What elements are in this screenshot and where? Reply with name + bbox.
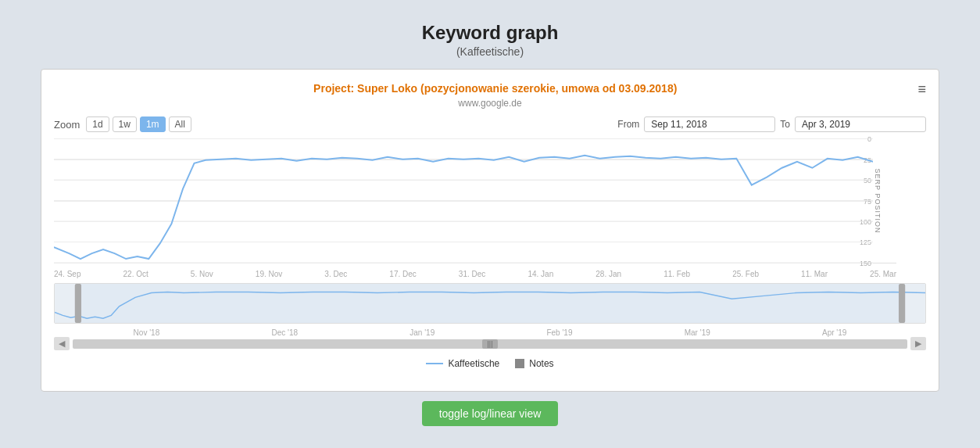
- scroll-right-button[interactable]: ▶: [910, 337, 926, 350]
- legend-kaffeetische: Kaffeetische: [426, 358, 499, 369]
- x-label-1: 22. Oct: [123, 270, 148, 278]
- from-date-input[interactable]: [644, 116, 775, 132]
- mini-chart-svg: [55, 284, 925, 323]
- chart-svg: [54, 138, 873, 263]
- x-label-6: 31. Dec: [459, 270, 485, 278]
- legend-label-notes: Notes: [529, 358, 553, 369]
- x-label-12: 25. Mar: [870, 270, 896, 278]
- to-date-input[interactable]: [795, 116, 926, 132]
- svg-rect-8: [79, 284, 901, 323]
- x-axis-labels: 24. Sep 22. Oct 5. Nov 19. Nov 3. Dec 17…: [54, 270, 896, 278]
- y-axis-label: SERP Position: [874, 168, 882, 233]
- mini-label-5: Apr '19: [822, 328, 846, 337]
- legend-box-notes: [515, 359, 524, 368]
- to-label: To: [780, 119, 790, 130]
- zoom-1m-button[interactable]: 1m: [140, 116, 166, 132]
- x-label-8: 28. Jan: [596, 270, 621, 278]
- zoom-1w-button[interactable]: 1w: [113, 116, 137, 132]
- chart-container: Project: Super Loko (pozycjonowanie szer…: [41, 69, 939, 392]
- page-title: Keyword graph: [422, 22, 559, 44]
- mini-label-1: Dec '18: [271, 328, 298, 337]
- controls-row: Zoom 1d 1w 1m All From To: [54, 116, 926, 132]
- scroll-thumb-icon: |||: [482, 339, 498, 349]
- zoom-controls: Zoom 1d 1w 1m All: [54, 116, 191, 132]
- scroll-thumb[interactable]: |||: [482, 339, 498, 349]
- svg-rect-9: [75, 284, 81, 323]
- x-label-11: 11. Mar: [801, 270, 828, 278]
- x-label-9: 11. Feb: [663, 270, 690, 278]
- mini-label-3: Feb '19: [546, 328, 572, 337]
- legend-label-kaffeetische: Kaffeetische: [448, 358, 499, 369]
- x-label-2: 5. Nov: [191, 270, 213, 278]
- mini-chart-labels: Nov '18 Dec '18 Jan '19 Feb '19 Mar '19 …: [54, 328, 926, 337]
- x-label-0: 24. Sep: [54, 270, 80, 278]
- menu-icon[interactable]: ≡: [917, 82, 926, 96]
- x-label-3: 19. Nov: [256, 270, 282, 278]
- x-label-7: 14. Jan: [528, 270, 553, 278]
- zoom-label: Zoom: [54, 119, 80, 131]
- x-label-10: 25. Feb: [732, 270, 759, 278]
- mini-label-2: Jan '19: [410, 328, 435, 337]
- date-range: From To: [617, 116, 926, 132]
- legend-notes: Notes: [515, 358, 553, 369]
- mini-label-0: Nov '18: [134, 328, 160, 337]
- zoom-1d-button[interactable]: 1d: [86, 116, 109, 132]
- x-label-5: 17. Dec: [389, 270, 416, 278]
- scroll-track[interactable]: |||: [73, 339, 907, 349]
- from-label: From: [617, 119, 639, 130]
- chart-header: Project: Super Loko (pozycjonowanie szer…: [54, 82, 926, 96]
- svg-rect-10: [899, 284, 905, 323]
- domain-label: www.google.de: [54, 98, 926, 109]
- mini-chart: [54, 283, 926, 324]
- legend-row: Kaffeetische Notes: [54, 358, 926, 369]
- zoom-all-button[interactable]: All: [169, 116, 191, 132]
- main-chart: 0 25 50 75 100 125 150: [54, 138, 896, 263]
- project-title: Project: Super Loko (pozycjonowanie szer…: [73, 82, 917, 95]
- legend-line-kaffeetische: [426, 363, 443, 364]
- page-subtitle: (Kaffeetische): [456, 45, 524, 58]
- scrollbar: ◀ ||| ▶: [54, 337, 926, 350]
- x-label-4: 3. Dec: [324, 270, 347, 278]
- toggle-log-linear-button[interactable]: toggle log/linear view: [422, 401, 559, 426]
- scroll-left-button[interactable]: ◀: [54, 337, 70, 350]
- mini-label-4: Mar '19: [685, 328, 710, 337]
